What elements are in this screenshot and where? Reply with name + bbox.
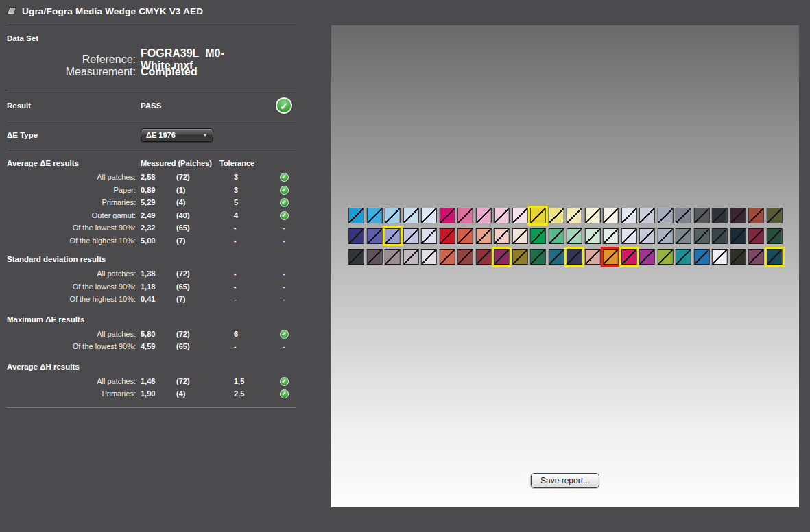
color-patch[interactable] — [639, 228, 655, 244]
color-patch[interactable] — [584, 249, 600, 265]
tolerance-value: 3 — [217, 186, 269, 194]
color-patch[interactable] — [730, 208, 746, 223]
color-patch[interactable] — [657, 228, 673, 244]
color-patch[interactable] — [475, 249, 491, 265]
color-patch[interactable] — [348, 228, 364, 244]
color-patch[interactable] — [512, 208, 527, 223]
tolerance-value: - — [217, 342, 269, 350]
color-patch[interactable] — [439, 228, 455, 244]
color-patch[interactable] — [548, 249, 564, 265]
color-patch[interactable] — [512, 228, 527, 244]
color-patch[interactable] — [366, 208, 382, 223]
table-row: All patches: 1,46 (72) 1,5 ✓ — [0, 375, 322, 388]
color-patch[interactable] — [530, 208, 546, 223]
color-patch[interactable] — [657, 208, 673, 223]
color-patch[interactable] — [366, 249, 382, 265]
color-patch[interactable] — [348, 208, 364, 223]
table-row: Of the lowest 90%: 2,32 (65) - - — [0, 221, 322, 234]
color-patch[interactable] — [475, 208, 491, 223]
max-de-section: Maximum ΔE results All patches: 5,80 (72… — [0, 306, 322, 353]
color-patch[interactable] — [530, 249, 546, 265]
std-dev-section: Standard deviation results All patches: … — [0, 247, 322, 306]
color-patch[interactable] — [712, 228, 728, 244]
tolerance-value: 4 — [217, 211, 269, 219]
color-patch[interactable] — [385, 228, 401, 244]
color-patch[interactable] — [766, 228, 782, 244]
color-patch[interactable] — [403, 228, 418, 244]
color-patch[interactable] — [584, 208, 600, 223]
color-patch[interactable] — [421, 228, 437, 244]
measured-value: 2,32 — [136, 223, 171, 232]
color-patch[interactable] — [748, 249, 764, 265]
color-patch[interactable] — [621, 249, 636, 265]
status-value: - — [269, 342, 299, 350]
data-set-section: Data Set Reference: FOGRA39L_M0-White.mx… — [0, 23, 322, 90]
save-report-button[interactable]: Save report... — [531, 473, 599, 488]
color-patch[interactable] — [439, 249, 455, 265]
color-patch[interactable] — [385, 208, 401, 223]
de-type-select[interactable]: ΔE 1976 ▼ — [141, 128, 213, 142]
result-row: Result PASS ✓ — [0, 90, 322, 121]
color-patch[interactable] — [766, 208, 782, 223]
color-patch[interactable] — [457, 208, 473, 223]
color-patch[interactable] — [494, 228, 510, 244]
color-patch[interactable] — [730, 228, 746, 244]
color-patch[interactable] — [603, 228, 619, 244]
wedge-row — [348, 228, 783, 244]
color-patch[interactable] — [494, 208, 510, 223]
color-patch[interactable] — [603, 208, 619, 223]
patch-count: (72) — [171, 173, 217, 181]
color-patch[interactable] — [639, 249, 655, 265]
color-patch[interactable] — [548, 228, 564, 244]
color-patch[interactable] — [621, 208, 636, 223]
color-patch[interactable] — [475, 228, 491, 244]
color-patch[interactable] — [567, 228, 582, 244]
max-de-heading: Maximum ΔE results — [0, 313, 322, 326]
color-patch[interactable] — [494, 249, 510, 265]
measured-value: 1,46 — [136, 377, 171, 385]
color-patch[interactable] — [403, 249, 418, 265]
color-patch[interactable] — [439, 208, 455, 223]
result-label: Result — [0, 101, 136, 110]
color-patch[interactable] — [530, 228, 546, 244]
tolerance-value: - — [217, 295, 269, 303]
color-patch[interactable] — [730, 249, 746, 265]
color-patch[interactable] — [639, 208, 655, 223]
color-patch[interactable] — [512, 249, 527, 265]
color-patch[interactable] — [457, 249, 473, 265]
color-patch[interactable] — [693, 208, 709, 223]
color-patch[interactable] — [385, 249, 401, 265]
color-patch[interactable] — [348, 249, 364, 265]
color-patch[interactable] — [366, 228, 382, 244]
color-patch[interactable] — [676, 208, 691, 223]
color-patch[interactable] — [548, 208, 564, 223]
color-patch[interactable] — [567, 249, 582, 265]
std-dev-heading: Standard deviation results — [0, 253, 322, 265]
color-patch[interactable] — [676, 228, 691, 244]
color-patch[interactable] — [421, 208, 437, 223]
pass-check-icon: ✓ — [280, 186, 289, 195]
color-patch[interactable] — [712, 208, 728, 223]
tolerance-column-header: Tolerance — [217, 159, 269, 167]
color-patch[interactable] — [621, 228, 636, 244]
color-patch[interactable] — [584, 228, 600, 244]
row-label: Primaries: — [0, 389, 136, 398]
color-patch[interactable] — [766, 249, 782, 265]
divider — [7, 407, 296, 408]
color-patch[interactable] — [748, 208, 764, 223]
color-patch[interactable] — [421, 249, 437, 265]
color-patch[interactable] — [403, 208, 418, 223]
measurement-value: Completed — [136, 66, 269, 78]
color-patch[interactable] — [567, 208, 582, 223]
color-patch[interactable] — [657, 249, 673, 265]
color-patch[interactable] — [712, 249, 728, 265]
color-patch[interactable] — [676, 249, 691, 265]
color-patch[interactable] — [693, 249, 709, 265]
table-row: Outer gamut: 2,49 (40) 4 ✓ — [0, 209, 322, 222]
results-panel: Ugra/Fogra Media Wedge CMYK V3 AED Data … — [0, 0, 322, 408]
status-value: - — [269, 295, 299, 303]
color-patch[interactable] — [603, 249, 619, 265]
color-patch[interactable] — [693, 228, 709, 244]
color-patch[interactable] — [457, 228, 473, 244]
color-patch[interactable] — [748, 228, 764, 244]
